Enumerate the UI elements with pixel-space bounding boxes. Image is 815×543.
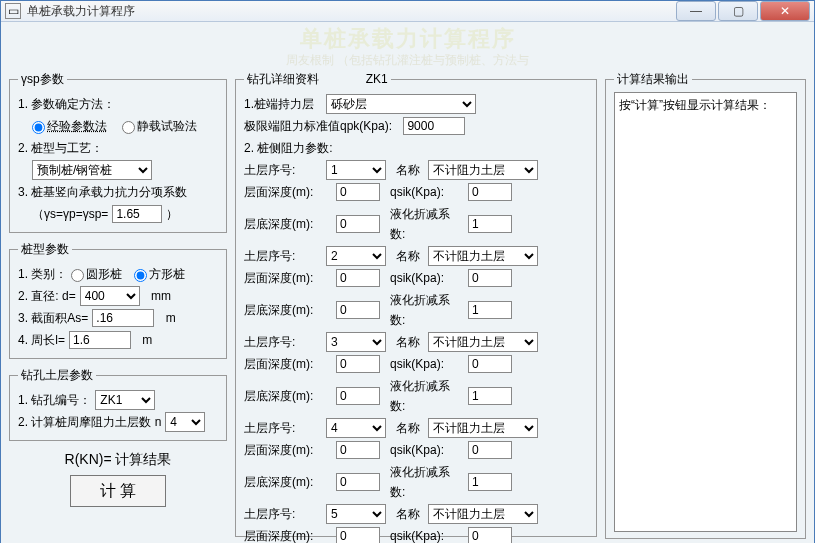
layer-name-select[interactable]: 不计阻力土层 bbox=[428, 160, 538, 180]
app-window: ▭ 单桩承载力计算程序 — ▢ ✕ 单桩承载力计算程序 周友根制 （包括钻孔灌注… bbox=[0, 0, 815, 543]
layer-name-select[interactable]: 不计阻力土层 bbox=[428, 418, 538, 438]
diameter-unit: mm bbox=[151, 286, 171, 306]
layer-top-input[interactable] bbox=[336, 441, 380, 459]
layer-qsik-input[interactable] bbox=[468, 355, 512, 373]
radio-static[interactable]: 静载试验法 bbox=[122, 116, 197, 136]
layer-liq-input[interactable] bbox=[468, 473, 512, 491]
radio-experience[interactable]: 经验参数法 bbox=[32, 116, 107, 136]
maximize-button[interactable]: ▢ bbox=[718, 1, 758, 21]
page-title: 单桩承载力计算程序 bbox=[9, 26, 806, 52]
close-button[interactable]: ✕ bbox=[760, 1, 810, 21]
output-group: 计算结果输出 按“计算”按钮显示计算结果： bbox=[605, 71, 806, 539]
ysp-method-label: 1. 参数确定方法： bbox=[18, 94, 218, 114]
layer-seq-select[interactable]: 5 bbox=[326, 504, 386, 524]
perimeter-label: 4. 周长l= bbox=[18, 330, 65, 350]
layer-count-label: 2. 计算桩周摩阻力土层数 n bbox=[18, 412, 161, 432]
qpk-input[interactable] bbox=[403, 117, 465, 135]
layer-seq-select[interactable]: 2 bbox=[326, 246, 386, 266]
layer-bottom-label: 层底深度(m): bbox=[244, 214, 332, 234]
layer-qsik-input[interactable] bbox=[468, 183, 512, 201]
shape-kind-label: 1. 类别： bbox=[18, 264, 67, 284]
radio-round[interactable]: 圆形桩 bbox=[71, 264, 122, 284]
layer-seq-label: 土层序号: bbox=[244, 418, 322, 438]
layer-name-label: 名称 bbox=[396, 246, 424, 266]
layer-seq-label: 土层序号: bbox=[244, 246, 322, 266]
layer-bottom-label: 层底深度(m): bbox=[244, 472, 332, 492]
layer-seq-select[interactable]: 4 bbox=[326, 418, 386, 438]
ysp-group: γsp参数 1. 参数确定方法： 经验参数法 静载试验法 2. 桩型与工艺： 预… bbox=[9, 71, 227, 233]
bore-legend: 钻孔土层参数 bbox=[18, 367, 96, 384]
calculate-button[interactable]: 计 算 bbox=[70, 475, 166, 507]
detail-group: 钻孔详细资料 ZK1 1.桩端持力层 砾砂层 极限端阻力标准值qpk(Kpa):… bbox=[235, 71, 597, 537]
layer-qsik-label: qsik(Kpa): bbox=[390, 440, 464, 460]
diameter-label: 2. 直径: d= bbox=[18, 286, 76, 306]
diameter-select[interactable]: 400 bbox=[80, 286, 140, 306]
detail-legend: 钻孔详细资料 ZK1 bbox=[244, 71, 391, 88]
layer-seq-select[interactable]: 1 bbox=[326, 160, 386, 180]
right-column: 计算结果输出 按“计算”按钮显示计算结果： bbox=[605, 71, 806, 543]
layer-name-select[interactable]: 不计阻力土层 bbox=[428, 332, 538, 352]
bore-no-label: 1. 钻孔编号： bbox=[18, 390, 91, 410]
output-text: 按“计算”按钮显示计算结果： bbox=[614, 92, 797, 532]
ysp-piletype-label: 2. 桩型与工艺： bbox=[18, 138, 218, 158]
layer-top-label: 层面深度(m): bbox=[244, 526, 332, 543]
layer-bottom-input[interactable] bbox=[336, 301, 380, 319]
layer-top-input[interactable] bbox=[336, 183, 380, 201]
layer-liq-input[interactable] bbox=[468, 301, 512, 319]
layer-top-label: 层面深度(m): bbox=[244, 268, 332, 288]
app-icon: ▭ bbox=[5, 3, 21, 19]
area-unit: m bbox=[166, 308, 176, 328]
layer-liq-label: 液化折减系数: bbox=[390, 290, 464, 330]
layer-qsik-input[interactable] bbox=[468, 527, 512, 543]
layer-seq-label: 土层序号: bbox=[244, 504, 322, 524]
shape-group: 桩型参数 1. 类别： 圆形桩 方形桩 2. 直径: d= 400 mm 3. … bbox=[9, 241, 227, 359]
layer-qsik-label: qsik(Kpa): bbox=[390, 354, 464, 374]
minimize-button[interactable]: — bbox=[676, 1, 716, 21]
layer-qsik-label: qsik(Kpa): bbox=[390, 526, 464, 543]
layer-liq-input[interactable] bbox=[468, 387, 512, 405]
layer-bottom-label: 层底深度(m): bbox=[244, 386, 332, 406]
layer-qsik-input[interactable] bbox=[468, 269, 512, 287]
perimeter-input[interactable] bbox=[69, 331, 131, 349]
layer-liq-label: 液化折减系数: bbox=[390, 462, 464, 502]
layer-liq-input[interactable] bbox=[468, 215, 512, 233]
layer-name-label: 名称 bbox=[396, 504, 424, 524]
layer-bottom-label: 层底深度(m): bbox=[244, 300, 332, 320]
side-label: 2. 桩侧阻力参数: bbox=[244, 138, 588, 158]
gamma-input[interactable] bbox=[112, 205, 162, 223]
ysp-gamma-row: （γs=γp=γsp= ） bbox=[18, 204, 218, 224]
area-input[interactable] bbox=[92, 309, 154, 327]
layer-name-select[interactable]: 不计阻力土层 bbox=[428, 504, 538, 524]
layer-liq-label: 液化折减系数: bbox=[390, 376, 464, 416]
result-label: R(KN)= 计算结果 bbox=[9, 451, 227, 469]
bearing-select[interactable]: 砾砂层 bbox=[326, 94, 476, 114]
layer-bottom-input[interactable] bbox=[336, 215, 380, 233]
layer-seq-label: 土层序号: bbox=[244, 332, 322, 352]
pile-type-select[interactable]: 预制桩/钢管桩 bbox=[32, 160, 152, 180]
client-area: 单桩承载力计算程序 周友根制 （包括钻孔灌注桩与预制桩、方法与 γsp参数 1.… bbox=[1, 22, 814, 543]
layer-top-label: 层面深度(m): bbox=[244, 440, 332, 460]
left-column: γsp参数 1. 参数确定方法： 经验参数法 静载试验法 2. 桩型与工艺： 预… bbox=[9, 71, 227, 507]
window-buttons: — ▢ ✕ bbox=[674, 1, 810, 21]
layer-seq-label: 土层序号: bbox=[244, 160, 322, 180]
layer-bottom-input[interactable] bbox=[336, 387, 380, 405]
ysp-legend: γsp参数 bbox=[18, 71, 67, 88]
bore-no-select[interactable]: ZK1 bbox=[95, 390, 155, 410]
layer-top-input[interactable] bbox=[336, 355, 380, 373]
perimeter-unit: m bbox=[142, 330, 152, 350]
layer-name-label: 名称 bbox=[396, 160, 424, 180]
soil-layers: 土层序号:1名称不计阻力土层层面深度(m):qsik(Kpa):层底深度(m):… bbox=[244, 160, 588, 543]
layer-top-input[interactable] bbox=[336, 269, 380, 287]
layer-count-select[interactable]: 4 bbox=[165, 412, 205, 432]
layer-name-label: 名称 bbox=[396, 418, 424, 438]
layer-qsik-input[interactable] bbox=[468, 441, 512, 459]
layer-liq-label: 液化折减系数: bbox=[390, 204, 464, 244]
area-label: 3. 截面积As= bbox=[18, 308, 88, 328]
layer-name-select[interactable]: 不计阻力土层 bbox=[428, 246, 538, 266]
window-title: 单桩承载力计算程序 bbox=[27, 3, 674, 20]
layer-seq-select[interactable]: 3 bbox=[326, 332, 386, 352]
qpk-label: 极限端阻力标准值qpk(Kpa): bbox=[244, 116, 392, 136]
layer-top-input[interactable] bbox=[336, 527, 380, 543]
layer-bottom-input[interactable] bbox=[336, 473, 380, 491]
radio-square[interactable]: 方形桩 bbox=[134, 264, 185, 284]
